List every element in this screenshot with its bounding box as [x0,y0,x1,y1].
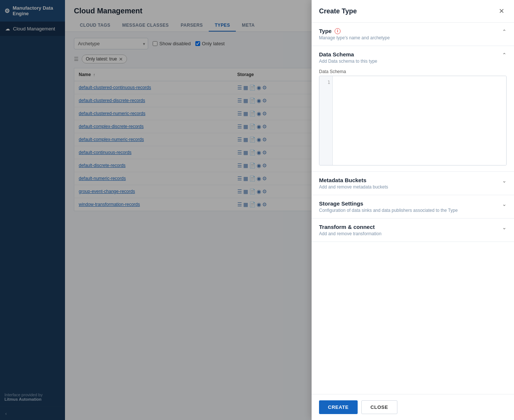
schema-editor-textarea[interactable] [333,76,506,165]
accordion-metadata-buckets-title: Metadata Buckets [319,177,502,183]
accordion-transform-connect-subtitle: Add and remove transformation [319,231,502,236]
chevron-down-icon-transform[interactable]: ⌄ [502,224,507,230]
schema-line-numbers: 1 [319,76,333,165]
panel-footer: CREATE CLOSE [312,394,514,420]
accordion-type-title: Type i [319,28,502,34]
schema-editor: 1 [319,76,507,165]
accordion-type: Type i Manage type's name and archetype … [312,23,514,46]
panel-title: Create Type [319,7,357,15]
chevron-up-icon-schema[interactable]: ⌃ [502,52,507,58]
accordion-transform-connect-header[interactable]: Transform & connect Add and remove trans… [312,219,514,242]
accordion-data-schema: Data Schema Add Data schema to this type… [312,46,514,172]
chevron-up-icon[interactable]: ⌃ [502,29,507,35]
accordion-metadata-buckets-subtitle: Add and remove metadata buckets [319,184,502,190]
accordion-storage-settings-left: Storage Settings Configuration of data s… [319,200,502,213]
panel-body: Type i Manage type's name and archetype … [312,23,514,394]
accordion-storage-settings-header[interactable]: Storage Settings Configuration of data s… [312,195,514,218]
info-icon: i [335,28,341,34]
accordion-transform-connect-left: Transform & connect Add and remove trans… [319,224,502,236]
accordion-data-schema-title: Data Schema [319,51,502,58]
accordion-storage-settings: Storage Settings Configuration of data s… [312,195,514,219]
close-button[interactable]: CLOSE [361,400,397,414]
panel-header: Create Type ✕ [312,0,514,23]
accordion-data-schema-header[interactable]: Data Schema Add Data schema to this type… [312,46,514,69]
accordion-transform-connect: Transform & connect Add and remove trans… [312,219,514,242]
accordion-storage-settings-title: Storage Settings [319,200,502,207]
accordion-type-header-left: Type i Manage type's name and archetype [319,28,502,40]
accordion-data-schema-body: Data Schema 1 [312,69,514,171]
schema-editor-inner: 1 [319,76,506,165]
side-panel: Create Type ✕ Type i Manage type's name … [312,0,514,420]
chevron-down-icon-metadata[interactable]: ⌄ [502,178,507,184]
accordion-transform-connect-title: Transform & connect [319,224,502,230]
schema-editor-label: Data Schema [319,69,507,74]
accordion-type-subtitle: Manage type's name and archetype [319,35,502,40]
accordion-metadata-buckets-header[interactable]: Metadata Buckets Add and remove metadata… [312,172,514,195]
panel-close-button[interactable]: ✕ [496,6,507,16]
accordion-metadata-buckets-left: Metadata Buckets Add and remove metadata… [319,177,502,190]
accordion-storage-settings-subtitle: Configuration of data sinks and data pub… [319,208,502,213]
chevron-down-icon-storage[interactable]: ⌄ [502,201,507,207]
accordion-metadata-buckets: Metadata Buckets Add and remove metadata… [312,172,514,195]
accordion-data-schema-subtitle: Add Data schema to this type [319,59,502,64]
accordion-data-schema-header-left: Data Schema Add Data schema to this type [319,51,502,64]
accordion-type-header[interactable]: Type i Manage type's name and archetype … [312,23,514,46]
create-button[interactable]: CREATE [319,400,358,414]
